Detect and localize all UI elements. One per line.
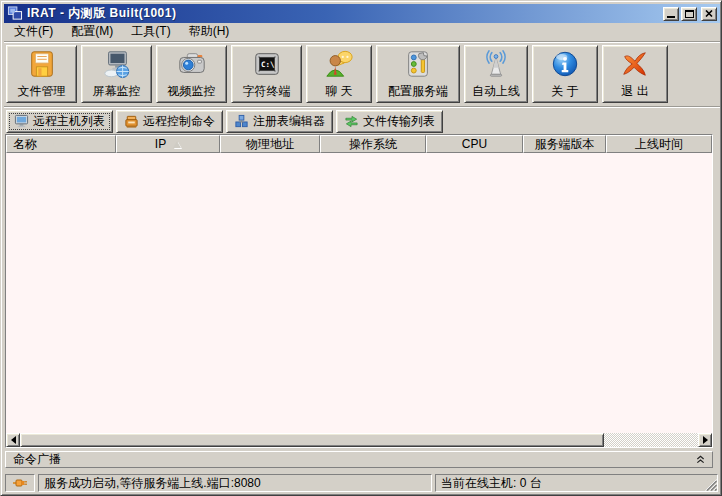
tab-label: 远程主机列表 — [33, 113, 105, 130]
column-header-label: 操作系统 — [349, 136, 397, 153]
configure-server-button[interactable]: 配置服务端 — [376, 45, 460, 103]
remote-host-table: 名称 IP 物理地址 操作系统 CPU 服务端版本 上线时间 — [5, 134, 713, 448]
menu-config[interactable]: 配置(M) — [62, 22, 122, 42]
host-list-empty-area[interactable] — [6, 153, 712, 433]
main-toolbar: 文件管理 屏幕监控 — [4, 44, 720, 106]
tab-label: 远程控制命令 — [143, 113, 215, 130]
maximize-icon — [685, 10, 694, 18]
chat-person-icon — [324, 49, 354, 79]
command-broadcast-label: 命令广播 — [13, 451, 61, 468]
column-header-name[interactable]: 名称 — [6, 135, 116, 153]
minimize-button[interactable] — [663, 7, 679, 21]
status-message: 服务成功启动,等待服务端上线.端口:8080 — [44, 475, 261, 492]
online-hosts-panel: 当前在线主机: 0 台 — [435, 474, 718, 492]
column-header-label: CPU — [462, 137, 487, 151]
tab-label: 文件传输列表 — [363, 113, 435, 130]
title-bar[interactable]: IRAT - 内测版 Built(1001) — [4, 4, 720, 23]
tab-file-transfer-list[interactable]: 文件传输列表 — [336, 110, 443, 133]
menu-file[interactable]: 文件(F) — [5, 22, 62, 42]
scroll-left-button[interactable] — [6, 433, 20, 447]
resize-grip[interactable] — [704, 478, 717, 491]
chat-button[interactable]: 聊 天 — [306, 45, 372, 103]
toolbar-top-groove — [4, 41, 720, 43]
scrollbar-thumb[interactable] — [20, 433, 604, 447]
status-message-panel: 服务成功启动,等待服务端上线.端口:8080 — [38, 474, 432, 492]
menu-help[interactable]: 帮助(H) — [180, 22, 239, 42]
close-button[interactable] — [701, 7, 717, 21]
column-header-label: 物理地址 — [246, 136, 294, 153]
file-manager-button[interactable]: 文件管理 — [6, 45, 77, 103]
column-header-ip[interactable]: IP — [116, 135, 220, 153]
window-title: IRAT - 内测版 Built(1001) — [27, 5, 176, 22]
command-broadcast-bar[interactable]: 命令广播 — [5, 451, 713, 468]
column-header-label: 名称 — [13, 136, 37, 153]
remote-command-icon — [124, 114, 139, 129]
column-header-server-version[interactable]: 服务端版本 — [523, 135, 606, 153]
tab-remote-control-commands[interactable]: 远程控制命令 — [116, 110, 223, 133]
tab-remote-host-list[interactable]: 远程主机列表 — [6, 110, 113, 133]
toolbar-button-label: 视频监控 — [168, 85, 216, 98]
collapse-chevrons-icon[interactable] — [696, 455, 705, 464]
screen-monitor-icon — [102, 49, 132, 79]
toolbar-button-label: 字符终端 — [243, 85, 291, 98]
view-tab-bar: 远程主机列表 远程控制命令 注册 — [4, 109, 720, 134]
toolbar-button-label: 聊 天 — [325, 85, 352, 98]
column-header-os[interactable]: 操作系统 — [320, 135, 426, 153]
scroll-left-icon — [11, 436, 16, 444]
toolbar-button-label: 屏幕监控 — [93, 85, 141, 98]
registry-editor-icon — [234, 114, 249, 129]
toolbar-button-label: 自动上线 — [472, 85, 520, 98]
app-icon — [7, 6, 23, 21]
plug-icon — [12, 478, 28, 488]
configure-server-icon — [403, 49, 433, 79]
sort-ascending-icon — [173, 141, 181, 148]
exit-x-icon — [620, 49, 650, 79]
video-camera-icon — [177, 49, 207, 79]
maximize-button[interactable] — [681, 7, 697, 21]
tab-registry-editor[interactable]: 注册表编辑器 — [226, 110, 333, 133]
scroll-right-button[interactable] — [698, 433, 712, 447]
screen-monitor-button[interactable]: 屏幕监控 — [81, 45, 152, 103]
online-hosts-count: 当前在线主机: 0 台 — [441, 475, 542, 492]
status-bar: 服务成功启动,等待服务端上线.端口:8080 当前在线主机: 0 台 — [4, 471, 720, 494]
info-sphere-icon — [550, 49, 580, 79]
minimize-icon — [667, 16, 675, 18]
auto-online-button[interactable]: 自动上线 — [464, 45, 528, 103]
terminal-button[interactable]: C:\ 字符终端 — [231, 45, 302, 103]
antenna-broadcast-icon — [481, 49, 511, 79]
horizontal-scrollbar[interactable] — [6, 433, 712, 447]
tab-label: 注册表编辑器 — [253, 113, 325, 130]
column-header-online-time[interactable]: 上线时间 — [606, 135, 712, 153]
toolbar-button-label: 退 出 — [621, 85, 648, 98]
menu-bar: 文件(F) 配置(M) 工具(T) 帮助(H) — [4, 23, 720, 41]
file-transfer-icon — [344, 114, 359, 129]
svg-text:C:\: C:\ — [260, 60, 274, 69]
menu-tools[interactable]: 工具(T) — [122, 22, 179, 42]
column-header-mac[interactable]: 物理地址 — [220, 135, 320, 153]
scroll-right-icon — [703, 436, 708, 444]
toolbar-button-label: 关 于 — [551, 85, 578, 98]
floppy-disk-icon — [27, 49, 57, 79]
video-monitor-button[interactable]: 视频监控 — [156, 45, 227, 103]
column-header-label: IP — [155, 137, 166, 151]
about-button[interactable]: 关 于 — [532, 45, 598, 103]
status-icon-panel — [5, 474, 35, 492]
close-icon — [705, 10, 713, 17]
column-header-label: 上线时间 — [635, 136, 683, 153]
toolbar-button-label: 配置服务端 — [388, 85, 448, 98]
column-header-label: 服务端版本 — [535, 136, 595, 153]
table-header-row: 名称 IP 物理地址 操作系统 CPU 服务端版本 上线时间 — [6, 135, 712, 153]
app-window: IRAT - 内测版 Built(1001) 文件(F) 配置(M) 工具(T)… — [0, 0, 722, 496]
tabbar-top-groove — [4, 106, 720, 108]
exit-button[interactable]: 退 出 — [602, 45, 668, 103]
terminal-icon: C:\ — [252, 49, 282, 79]
toolbar-button-label: 文件管理 — [18, 85, 66, 98]
column-header-cpu[interactable]: CPU — [426, 135, 523, 153]
remote-host-list-icon — [14, 114, 29, 129]
